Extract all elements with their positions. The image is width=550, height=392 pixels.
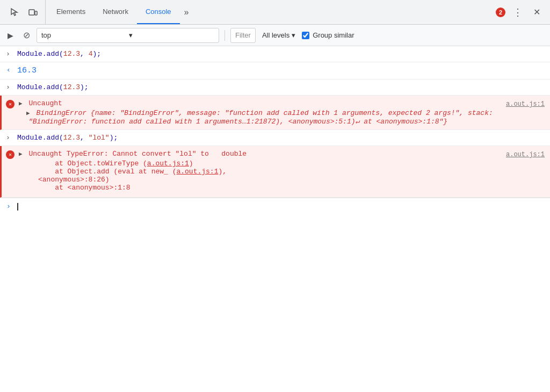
tab-list: Elements Network Console » [48,0,494,24]
input-arrow-icon: › [6,50,10,58]
svg-rect-0 [29,10,34,15]
link-towiretype[interactable]: a.out.js:1 [147,159,189,168]
play-button[interactable]: ▶ [4,29,17,42]
cursor-icon[interactable] [6,5,23,19]
input-field-area[interactable] [17,200,550,213]
row-gutter-1: › [0,48,17,58]
row-content-1: Module.add(12.3, 4); [17,48,547,60]
console-row-3: › Module.add(12.3); [0,79,550,96]
tab-bar-right: 2 ⋮ ✕ [496,4,548,20]
console-row-4-error: ✕ ▶ Uncaught a.out.js:1 ▶ BindingError {… [0,96,550,130]
row-content-2: 16.3 [17,64,547,77]
cursor-blink [17,203,18,210]
error-header-4: ▶ Uncaught a.out.js:1 [19,99,545,108]
console-row-2: ‹ 16.3 [0,62,550,79]
device-toggle-icon[interactable] [25,5,41,19]
expand-triangle-6[interactable]: ▶ [19,150,23,157]
level-dropdown[interactable]: All levels ▾ [259,30,299,40]
row-content-6: ▶ Uncaught TypeError: Cannot convert "lo… [19,148,547,194]
more-options-button[interactable]: ⋮ [510,4,526,20]
devtools-icons [2,0,46,24]
error-icon-4: ✕ [6,100,15,108]
tab-console[interactable]: Console [137,0,180,24]
console-row-1: › Module.add(12.3, 4); [0,46,550,62]
input-arrow-icon-3: › [6,83,10,91]
link-add[interactable]: a.out.js:1 [176,168,218,176]
tab-bar: Elements Network Console » 2 ⋮ ✕ [0,0,550,25]
input-arrow-icon-5: › [6,134,10,142]
console-toolbar: ▶ ⊘ top ▾ Filter All levels ▾ Group simi… [0,25,550,46]
group-similar-label[interactable]: Group similar [302,31,354,39]
svg-rect-1 [35,11,37,15]
output-arrow-icon: ‹ [6,66,11,74]
input-prompt-icon: › [6,202,11,210]
group-similar-checkbox[interactable] [302,32,309,39]
row-content-3: Module.add(12.3); [17,81,547,93]
error-icon-6: ✕ [6,150,15,159]
row-content-4: ▶ Uncaught a.out.js:1 ▶ BindingError {na… [19,97,547,128]
clear-button[interactable]: ⊘ [20,28,33,42]
expand-triangle-4[interactable]: ▶ [19,100,23,107]
frame-selector[interactable]: top ▾ [37,28,219,43]
error-badge: 2 [496,8,505,17]
console-output: › Module.add(12.3, 4); ‹ 16.3 › Module.a… [0,46,550,392]
filter-input-wrapper[interactable]: Filter [230,28,256,43]
file-link-4[interactable]: a.out.js:1 [502,99,545,108]
console-row-5: › Module.add(12.3, "lol"); [0,130,550,146]
console-input-row[interactable]: › [0,198,550,215]
row-gutter-4: ✕ [2,97,19,108]
row-gutter-6: ✕ [2,148,19,159]
console-row-6-error: ✕ ▶ Uncaught TypeError: Cannot convert "… [0,146,550,198]
row-gutter-5: › [0,132,17,142]
tab-elements[interactable]: Elements [48,0,94,24]
levels-chevron-icon: ▾ [292,31,295,39]
close-devtools-button[interactable]: ✕ [530,5,544,19]
row-gutter-3: › [0,81,17,91]
error-header-6: ▶ Uncaught TypeError: Cannot convert "lo… [19,150,545,158]
error-detail-6: at Object.toWireType (a.out.js:1) at Obj… [38,159,545,192]
input-row-gutter: › [0,200,17,210]
error-detail-4: ▶ BindingError {name: "BindingError", me… [28,109,545,126]
frame-chevron-icon: ▾ [129,31,214,39]
detail-expand-4[interactable]: ▶ [26,110,30,117]
filter-label: Filter [235,31,251,39]
file-link-6[interactable]: a.out.js:1 [502,150,545,158]
tab-more[interactable]: » [180,8,193,17]
row-content-5: Module.add(12.3, "lol"); [17,132,547,144]
error-count-circle: 2 [496,8,505,17]
toolbar-separator [225,30,225,41]
row-gutter-2: ‹ [0,64,17,74]
tab-network[interactable]: Network [94,0,137,24]
